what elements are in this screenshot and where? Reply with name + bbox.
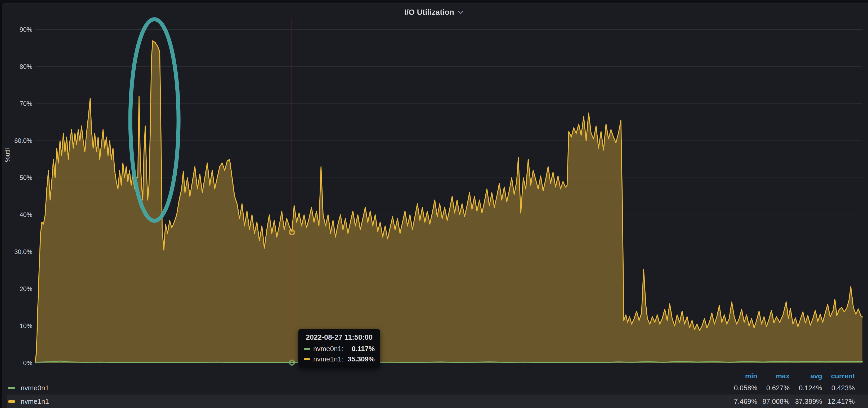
y-tick-20%: 20% <box>0 285 32 293</box>
tooltip-series-label: nvme1n1: <box>313 355 343 363</box>
y-axis-title: %util <box>4 148 11 162</box>
series-area-nvme1n1 <box>35 41 862 363</box>
panel-header[interactable]: I/O Utilization <box>0 4 868 20</box>
tooltip-row-nvme0n1: nvme0n1: 0.117% <box>304 345 375 353</box>
window-top-strip <box>0 0 868 3</box>
legend-value-current: 12.417% <box>807 397 855 406</box>
tooltip-series-value: 0.117% <box>352 345 375 353</box>
y-tick-10%: 10% <box>0 322 32 330</box>
y-tick-80%: 80% <box>0 63 32 71</box>
legend-value-current: 0.423% <box>807 383 855 393</box>
legend-swatch-nvme1n1 <box>8 400 16 403</box>
legend-header-current[interactable]: current <box>807 372 855 380</box>
chart-tooltip: 2022-08-27 11:50:00 nvme0n1: 0.117% nvme… <box>298 329 380 368</box>
grafana-io-utilization-panel: I/O Utilization %util 0%10%20%30.0%40%50… <box>0 0 868 408</box>
y-tick-50%: 50% <box>0 174 32 182</box>
y-tick-40%: 40% <box>0 211 32 219</box>
legend-row-nvme1n1: nvme1n1 7.469% 87.008% 37.389% 12.417% <box>0 397 868 406</box>
tooltip-series-swatch-nvme0n1 <box>304 348 310 350</box>
tooltip-series-swatch-nvme1n1 <box>304 358 310 360</box>
legend-header-row: min max avg current <box>0 372 868 380</box>
tooltip-timestamp: 2022-08-27 11:50:00 <box>304 333 375 342</box>
legend-item-nvme0n1[interactable]: nvme0n1 <box>21 383 49 393</box>
legend-row-nvme0n1: nvme0n1 0.058% 0.627% 0.124% 0.423% <box>0 383 868 393</box>
y-tick-90%: 90% <box>0 26 32 34</box>
tooltip-series-label: nvme0n1: <box>313 345 343 353</box>
tooltip-series-value: 35.309% <box>347 355 375 363</box>
y-tick-60.0%: 60.0% <box>0 137 32 145</box>
legend-item-nvme1n1[interactable]: nvme1n1 <box>21 397 49 406</box>
chart-canvas[interactable] <box>35 24 862 364</box>
y-tick-30.0%: 30.0% <box>0 248 32 256</box>
tooltip-row-nvme1n1: nvme1n1: 35.309% <box>304 355 375 363</box>
panel-title: I/O Utilization <box>404 8 454 17</box>
legend-swatch-nvme0n1 <box>8 387 16 389</box>
y-tick-70%: 70% <box>0 100 32 108</box>
y-tick-0%: 0% <box>0 359 32 367</box>
chevron-down-icon[interactable] <box>458 10 464 15</box>
